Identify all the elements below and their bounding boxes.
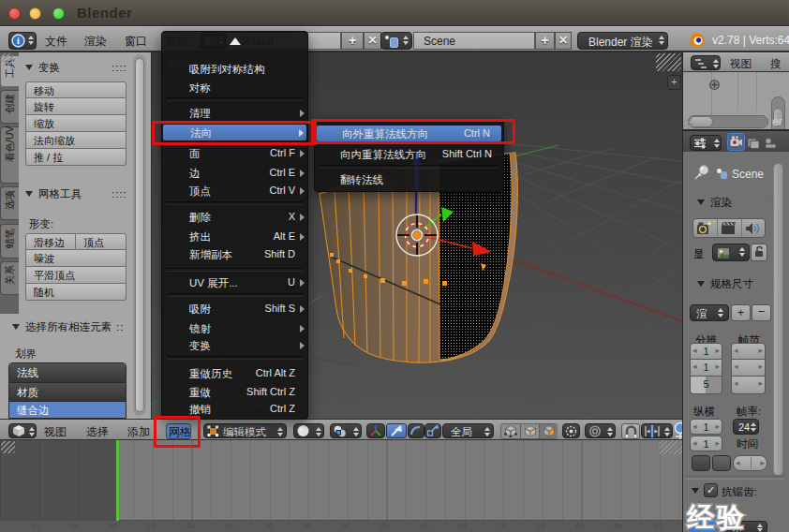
svg-text:i: i (17, 36, 20, 46)
